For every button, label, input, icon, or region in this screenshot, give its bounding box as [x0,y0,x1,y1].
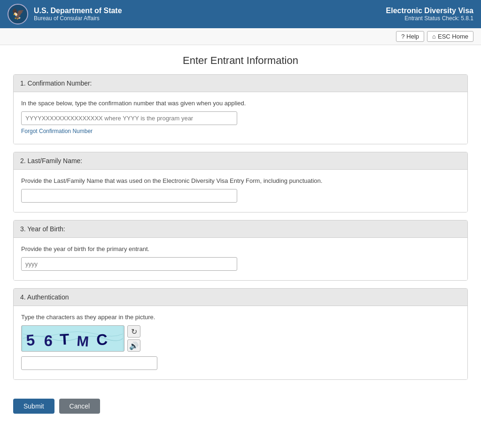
svg-text:M: M [76,332,89,350]
family-name-input[interactable] [21,189,237,203]
section-family-name-header: 2. Last/Family Name: [14,152,467,170]
agency-name: U.S. Department of State [34,7,122,15]
forgot-confirmation-link[interactable]: Forgot Confirmation Number [21,128,93,134]
birth-year-desc: Provide the year of birth for the primar… [21,245,460,252]
captcha-container: 5 6 T M C ↻ 🔊 [21,325,460,352]
section-birth-year-body: Provide the year of birth for the primar… [14,238,467,280]
captcha-controls: ↻ 🔊 [127,325,140,352]
family-name-desc: Provide the Last/Family Name that was us… [21,177,460,184]
svg-text:6: 6 [44,331,53,349]
svg-text:C: C [96,330,108,349]
header-left: 🦅 U.S. Department of State Bureau of Con… [8,4,122,24]
agency-title: U.S. Department of State Bureau of Consu… [34,7,122,22]
version-label: Entrant Status Check: 5.8.1 [386,15,473,22]
confirmation-input[interactable] [21,111,237,125]
section-authentication: 4. Authentication Type the characters as… [13,288,468,380]
svg-text:T: T [59,330,70,348]
cancel-button[interactable]: Cancel [59,399,101,414]
section-birth-year-header: 3. Year of Birth: [14,220,467,238]
captcha-input[interactable] [21,356,157,370]
page-title: Enter Entrant Information [0,45,481,74]
agency-seal: 🦅 [8,4,28,24]
section-confirmation-body: In the space below, type the confirmatio… [14,92,467,144]
section-family-name-body: Provide the Last/Family Name that was us… [14,170,467,212]
section-confirmation: 1. Confirmation Number: In the space bel… [13,74,468,144]
home-label: ESC Home [438,33,468,40]
action-bar: Submit Cancel [6,399,475,414]
captcha-image: 5 6 T M C [21,325,124,352]
confirmation-desc: In the space below, type the confirmatio… [21,100,460,107]
refresh-icon: ↻ [131,327,137,336]
captcha-refresh-button[interactable]: ↻ [127,325,140,338]
section-birth-year: 3. Year of Birth: Provide the year of bi… [13,220,468,281]
birth-year-input[interactable] [21,257,237,271]
main-content: 1. Confirmation Number: In the space bel… [6,74,475,397]
captcha-audio-button[interactable]: 🔊 [127,339,140,352]
header-right: Electronic Diversity Visa Entrant Status… [386,7,473,22]
help-button[interactable]: ? Help [396,31,424,42]
nav-bar: ? Help ⌂ ESC Home [0,28,481,45]
visa-title: Electronic Diversity Visa [386,7,473,15]
authentication-desc: Type the characters as they appear in th… [21,314,460,321]
submit-button[interactable]: Submit [13,399,54,414]
svg-text:5: 5 [25,331,35,349]
section-confirmation-header: 1. Confirmation Number: [14,75,467,92]
section-authentication-header: 4. Authentication [14,289,467,306]
section-family-name: 2. Last/Family Name: Provide the Last/Fa… [13,152,468,212]
help-icon: ? [401,33,404,40]
bureau-name: Bureau of Consular Affairs [34,15,122,22]
home-button[interactable]: ⌂ ESC Home [427,31,473,42]
audio-icon: 🔊 [129,341,139,350]
home-icon: ⌂ [432,33,436,40]
help-label: Help [406,33,419,40]
section-authentication-body: Type the characters as they appear in th… [14,306,467,379]
page-header: 🦅 U.S. Department of State Bureau of Con… [0,0,481,28]
